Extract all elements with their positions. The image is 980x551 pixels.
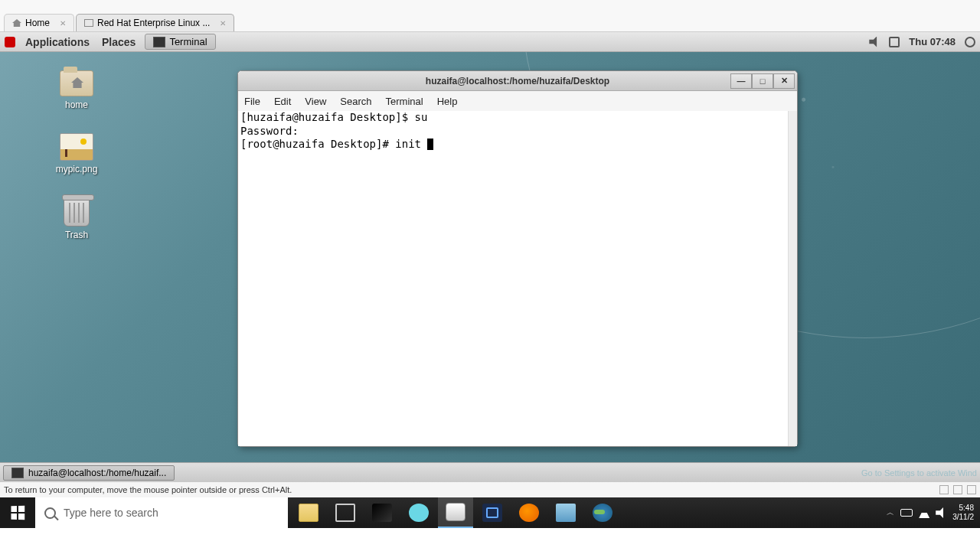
gnome-desktop: Applications Places Terminal Thu 07:48 h… [0,32,980,482]
task-firefox[interactable] [511,497,547,528]
maximize-button[interactable]: □ [752,73,773,89]
terminal-icon [153,37,165,47]
tray-chevron-up-icon[interactable]: ︿ [887,507,894,518]
vmware-hint-bar: To return to your computer, move the mou… [0,482,980,497]
vmware-status-icon[interactable] [939,485,949,494]
topbar-clock[interactable]: Thu 07:48 [909,36,956,47]
wifi-icon[interactable] [919,507,929,518]
task-virtualbox[interactable] [475,497,510,528]
vm-tab-home[interactable]: Home ✕ [4,14,74,31]
gnome-top-bar: Applications Places Terminal Thu 07:48 [0,32,980,52]
task-jetbrains[interactable] [364,497,400,528]
menu-applications[interactable]: Applications [19,34,96,51]
menu-places[interactable]: Places [96,34,142,51]
terminal-icon [11,468,24,478]
tray-date-text: 3/11/2 [952,513,974,522]
vmware-tab-bar: Home ✕ Red Hat Enterprise Linux ... ✕ [0,0,980,32]
gnome-bottom-bar: huzaifa@localhost:/home/huzaif... Go to … [0,462,980,482]
file-explorer-icon [299,504,318,522]
topbar-terminal-label: Terminal [169,36,207,47]
volume-icon[interactable] [869,37,880,47]
desktop-icons-area: home mypic.png Trash [46,70,107,263]
tray-clock[interactable]: 5:48 3/11/2 [952,504,974,522]
desktop-icon-trash[interactable]: Trash [46,197,107,240]
menu-terminal[interactable]: Terminal [384,94,425,109]
trash-icon [64,197,90,227]
terminal-cursor [427,139,433,150]
tray-time-text: 5:48 [952,504,974,513]
vm-tab-rhel[interactable]: Red Hat Enterprise Linux ... ✕ [76,14,234,31]
virtualbox-icon [482,504,502,522]
close-button[interactable]: ✕ [773,73,795,89]
vmware-hint-text: To return to your computer, move the mou… [4,485,292,494]
term-line-1-cmd: su [415,111,428,123]
desktop-icon-label: home [46,99,107,110]
terminal-menu-bar: File Edit View Search Terminal Help [238,91,797,111]
monitor-icon [84,19,93,27]
search-icon [44,507,56,519]
desktop-icon-label: Trash [46,230,107,240]
menu-file[interactable]: File [243,94,262,109]
desktop-icon-mypic[interactable]: mypic.png [46,133,107,174]
vmware-status-icons [939,485,976,494]
desktop-icon-home[interactable]: home [46,70,107,110]
folder-icon [60,70,93,96]
golang-icon [409,504,429,522]
volume-icon[interactable] [936,507,946,518]
task-golang[interactable] [401,497,436,528]
term-line-3-prompt: [root@huzaifa Desktop]# [240,138,395,150]
window-controls: — □ ✕ [730,73,795,89]
system-tray: ︿ 5:48 3/11/2 [880,504,980,522]
menu-view[interactable]: View [303,94,328,109]
task-calculator[interactable] [548,497,583,528]
windows-taskbar: Type here to search ︿ 5:48 3/11/2 [0,497,980,528]
terminal-body[interactable]: [huzaifa@huzaifa Desktop]$ su Password: … [238,111,797,446]
close-icon[interactable]: ✕ [220,19,226,28]
menu-search[interactable]: Search [338,94,373,109]
term-line-2: Password: [240,125,299,137]
battery-icon[interactable] [900,509,913,517]
jetbrains-icon [372,504,392,522]
vmware-icon [446,503,466,521]
image-file-icon [60,133,93,161]
taskbar-pinned [288,497,623,528]
terminal-titlebar[interactable]: huzaifa@localhost:/home/huzaifa/Desktop … [238,71,797,91]
menu-help[interactable]: Help [436,94,459,109]
task-browser[interactable] [585,497,620,528]
activate-windows-text: Go to Settings to activate Wind [861,468,977,478]
topbar-terminal-task[interactable]: Terminal [145,34,215,50]
desktop-icon-label: mypic.png [46,164,107,174]
network-icon[interactable] [889,37,900,47]
terminal-window: huzaifa@localhost:/home/huzaifa/Desktop … [237,70,798,447]
globe-icon [593,504,612,522]
task-view-icon [335,504,355,522]
close-icon[interactable]: ✕ [60,19,66,28]
minimize-button[interactable]: — [730,73,752,89]
power-icon[interactable] [965,37,975,47]
vm-tab-rhel-label: Red Hat Enterprise Linux ... [97,18,210,28]
bottom-task-terminal[interactable]: huzaifa@localhost:/home/huzaif... [3,465,175,481]
windows-logo-icon [11,506,24,520]
firefox-icon [519,504,539,522]
task-file-explorer[interactable] [291,497,326,528]
bottom-task-label: huzaifa@localhost:/home/huzaif... [28,468,166,478]
redhat-logo-icon [5,37,15,47]
search-placeholder: Type here to search [64,507,158,519]
terminal-scrollbar[interactable] [788,111,797,446]
terminal-title: huzaifa@localhost:/home/huzaifa/Desktop [426,76,609,86]
task-view[interactable] [328,497,363,528]
task-vmware[interactable] [438,497,473,528]
vmware-status-icon[interactable] [967,485,976,494]
calculator-icon [556,504,576,522]
topbar-right: Thu 07:48 [869,36,975,47]
term-line-1-prompt: [huzaifa@huzaifa Desktop]$ [240,111,415,123]
start-button[interactable] [0,497,35,528]
menu-edit[interactable]: Edit [273,94,292,109]
vmware-status-icon[interactable] [953,485,962,494]
home-icon [12,19,21,27]
taskbar-search[interactable]: Type here to search [35,497,288,528]
term-line-3-cmd: init [395,138,427,150]
vm-tab-home-label: Home [25,18,50,28]
